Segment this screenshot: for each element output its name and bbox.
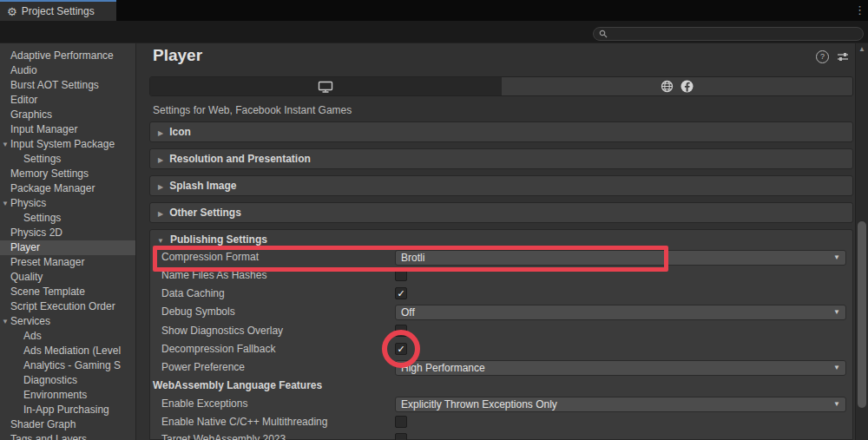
chevron-down-icon[interactable]: ▼ <box>2 314 9 329</box>
setting-row-compression-format: Compression FormatBrotli▼ <box>149 249 853 266</box>
sidebar-item-label: Ads <box>23 329 42 344</box>
chevron-down-icon[interactable]: ▼ <box>2 137 9 152</box>
sidebar-item-label: Player <box>10 240 40 255</box>
setting-row-debug-symbols: Debug SymbolsOff▼ <box>149 304 853 321</box>
platform-tab-web-facebook[interactable] <box>502 77 853 95</box>
sidebar-item-input-system-package[interactable]: ▼Input System Package <box>0 137 136 152</box>
sidebar-item-physics-2d[interactable]: Physics 2D <box>0 226 136 240</box>
dropdown[interactable]: Brotli▼ <box>395 250 846 266</box>
sidebar-item-diagnostics[interactable]: Diagnostics <box>0 373 136 388</box>
dropdown-value: Brotli <box>401 252 424 264</box>
foldout-resolution-and-presentation[interactable]: ▶Resolution and Presentation <box>149 148 853 169</box>
setting-row-target-webassembly-2023: Target WebAssembly 2023 <box>149 431 853 440</box>
dropdown-value: Explicitly Thrown Exceptions Only <box>401 398 557 410</box>
sidebar-item-in-app-purchasing[interactable]: In-App Purchasing <box>0 403 136 417</box>
sidebar-item-editor[interactable]: Editor <box>0 93 136 108</box>
sidebar-item-label: In-App Purchasing <box>23 403 109 417</box>
scrollbar-thumb[interactable] <box>858 221 866 408</box>
setting-label: WebAssembly Language Features <box>153 379 322 391</box>
chevron-right-icon: ▶ <box>158 183 163 191</box>
checkbox[interactable] <box>395 433 407 440</box>
sidebar-item-adaptive-performance[interactable]: Adaptive Performance <box>0 49 136 63</box>
sidebar-item-label: Adaptive Performance <box>10 49 114 63</box>
checkbox-checked[interactable]: ✓ <box>395 343 407 355</box>
chevron-down-icon: ▼ <box>833 305 840 319</box>
sidebar-item-label: Settings <box>23 211 61 226</box>
sidebar-item-player[interactable]: Player <box>0 240 136 255</box>
chevron-down-icon: ▼ <box>833 397 840 411</box>
search-input[interactable] <box>593 27 864 41</box>
setting-row-show-diagnostics-overlay: Show Diagnostics Overlay <box>149 323 853 340</box>
dropdown[interactable]: Off▼ <box>395 305 846 320</box>
sidebar-item-input-manager[interactable]: Input Manager <box>0 122 136 137</box>
sidebar-item-label: Memory Settings <box>10 167 89 181</box>
sidebar-item-scene-template[interactable]: Scene Template <box>0 285 136 299</box>
setting-label: Debug Symbols <box>161 305 235 318</box>
help-icon[interactable]: ? <box>816 50 829 63</box>
facebook-icon <box>681 80 694 93</box>
sidebar-item-physics[interactable]: ▼Physics <box>0 196 136 211</box>
sidebar-item-preset-manager[interactable]: Preset Manager <box>0 255 136 270</box>
sidebar-item-ads[interactable]: Ads <box>0 329 136 344</box>
setting-label: Show Diagnostics Overlay <box>161 325 283 337</box>
checkbox[interactable] <box>395 269 407 281</box>
sidebar-item-tags-and-layers[interactable]: Tags and Layers <box>0 432 136 440</box>
foldout-label: Icon <box>169 126 191 138</box>
setting-label: Compression Format <box>161 251 259 263</box>
foldout-label: Publishing Settings <box>170 233 267 246</box>
monitor-icon <box>318 81 333 93</box>
window-menu-icon[interactable]: ⋮ <box>854 3 865 16</box>
setting-label: Name Files As Hashes <box>161 269 266 281</box>
foldout-label: Splash Image <box>169 180 236 192</box>
setting-label: Decompression Fallback <box>161 343 275 355</box>
setting-row-enable-exceptions: Enable ExceptionsExplicitly Thrown Excep… <box>149 396 853 413</box>
scroll-up-arrow-icon[interactable]: ▲ <box>858 45 865 53</box>
sidebar-item-burst-aot-settings[interactable]: Burst AOT Settings <box>0 78 136 93</box>
dropdown-value: Off <box>401 306 415 319</box>
sidebar-item-script-execution-order[interactable]: Script Execution Order <box>0 299 136 314</box>
sidebar-item-services[interactable]: ▼Services <box>0 314 136 329</box>
setting-label: Enable Native C/C++ Multithreading <box>161 416 327 428</box>
sidebar-item-graphics[interactable]: Graphics <box>0 108 136 122</box>
setting-row-enable-native-c-c-multithreading: Enable Native C/C++ Multithreading <box>149 414 853 431</box>
sidebar-item-label: Script Execution Order <box>10 299 115 314</box>
sidebar-item-analytics-gaming-s[interactable]: Analytics - Gaming S <box>0 358 136 373</box>
sidebar-item-label: Burst AOT Settings <box>10 78 99 93</box>
sidebar-item-label: Graphics <box>10 108 52 122</box>
dropdown-value: High Performance <box>401 362 485 374</box>
sidebar-item-environments[interactable]: Environments <box>0 388 136 403</box>
foldout-publishing-settings[interactable]: ▼Publishing Settings <box>149 230 853 249</box>
gear-icon: ⚙ <box>7 6 17 17</box>
chevron-right-icon: ▶ <box>158 129 163 137</box>
sidebar-item-ads-mediation-level[interactable]: Ads Mediation (Level <box>0 344 136 358</box>
sidebar-item-label: Package Manager <box>10 181 95 196</box>
presets-icon[interactable] <box>837 52 849 62</box>
chevron-down-icon: ▼ <box>833 361 840 375</box>
checkbox-checked[interactable]: ✓ <box>395 287 407 299</box>
sidebar-item-quality[interactable]: Quality <box>0 270 136 285</box>
foldout-other-settings[interactable]: ▶Other Settings <box>149 202 853 223</box>
chevron-down-icon[interactable]: ▼ <box>2 196 9 211</box>
sidebar-item-package-manager[interactable]: Package Manager <box>0 181 136 196</box>
dropdown[interactable]: High Performance▼ <box>395 360 846 376</box>
sidebar-item-settings[interactable]: Settings <box>0 152 136 167</box>
sidebar-item-label: Input Manager <box>10 122 77 137</box>
foldout-icon[interactable]: ▶Icon <box>149 121 853 142</box>
sidebar-item-memory-settings[interactable]: Memory Settings <box>0 167 136 181</box>
project-settings-tab[interactable]: ⚙ Project Settings <box>0 0 116 21</box>
foldout-label: Other Settings <box>169 207 241 219</box>
checkbox[interactable] <box>395 416 407 428</box>
foldout-label: Resolution and Presentation <box>169 153 311 165</box>
checkbox[interactable] <box>395 325 407 337</box>
dropdown[interactable]: Explicitly Thrown Exceptions Only▼ <box>395 397 846 412</box>
sidebar-item-shader-graph[interactable]: Shader Graph <box>0 417 136 432</box>
foldout-splash-image[interactable]: ▶Splash Image <box>149 175 853 196</box>
sidebar-item-settings[interactable]: Settings <box>0 211 136 226</box>
window-title-bar: ⚙ Project Settings ⋮ <box>0 0 868 21</box>
sidebar-item-audio[interactable]: Audio <box>0 63 136 78</box>
chevron-down-icon: ▼ <box>833 251 840 265</box>
platform-tab-desktop[interactable] <box>150 77 502 95</box>
vertical-scrollbar[interactable]: ▲ <box>855 43 868 440</box>
setting-label: Target WebAssembly 2023 <box>161 433 286 440</box>
chevron-right-icon: ▶ <box>158 210 163 218</box>
